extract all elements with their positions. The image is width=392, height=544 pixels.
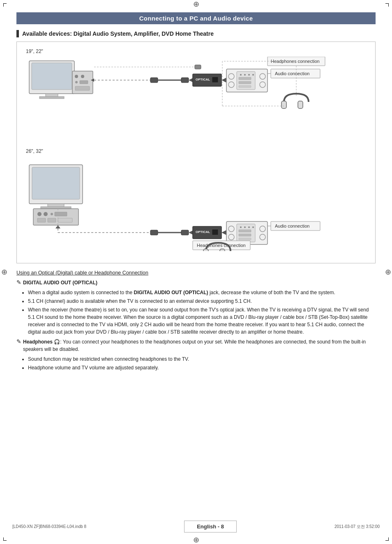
svg-rect-62 (150, 230, 158, 235)
svg-point-53 (44, 212, 48, 216)
svg-rect-46 (195, 65, 201, 69)
svg-point-6 (81, 75, 84, 78)
svg-rect-68 (212, 229, 218, 235)
svg-text:Audio connection: Audio connection (275, 224, 309, 228)
svg-rect-55 (55, 212, 67, 216)
headphones-bold-label: Headphones 🎧 (23, 339, 60, 345)
svg-point-76 (248, 226, 250, 228)
svg-point-27 (252, 74, 254, 76)
registration-mark-top: ⊕ (192, 0, 200, 8)
bullet-item-3: When the receiver (home theatre) is set … (28, 306, 376, 336)
text-section: Using an Optical (Digital) cable or Head… (16, 270, 376, 371)
svg-point-75 (244, 226, 246, 228)
svg-point-74 (240, 226, 242, 228)
diagram-section-top: 19", 22" (25, 48, 367, 140)
diagram-svg-bottom: OPTICAL Audio conn (25, 157, 378, 251)
digital-audio-heading: DIGITAL AUDIO OUT (OPTICAL) (23, 279, 97, 286)
svg-point-24 (240, 74, 242, 76)
digital-audio-row: ✎ DIGITAL AUDIO OUT (OPTICAL) (16, 279, 376, 286)
svg-rect-28 (239, 77, 251, 80)
diagram-section-bottom: 26", 32" (25, 148, 367, 252)
svg-rect-8 (80, 81, 88, 84)
svg-rect-14 (181, 78, 189, 83)
registration-mark-bottom: ⊕ (192, 536, 200, 544)
svg-rect-41 (298, 101, 303, 108)
svg-point-5 (75, 75, 78, 78)
svg-rect-51 (33, 209, 78, 225)
svg-rect-18 (212, 77, 218, 83)
svg-rect-1 (32, 63, 72, 90)
svg-rect-90 (203, 249, 208, 251)
optical-heading: Using an Optical (Digital) cable or Head… (16, 270, 376, 276)
headphones-text: Headphones 🎧: You can connect your headp… (23, 338, 376, 353)
headphones-note-row: ✎ Headphones 🎧: You can connect your hea… (16, 338, 376, 353)
svg-rect-3 (39, 97, 64, 99)
svg-rect-48 (32, 167, 80, 199)
svg-point-7 (75, 81, 78, 83)
tv-size-label-bottom: 26", 32" (25, 148, 367, 154)
headphone-note-icon: ✎ (16, 338, 21, 345)
diagram-box: 19", 22" (16, 41, 376, 263)
heading-bar (16, 30, 19, 37)
svg-point-25 (244, 74, 246, 76)
svg-rect-12 (150, 78, 158, 83)
svg-rect-9 (75, 86, 90, 90)
headphone-bullet-1: Sound function may be restricted when co… (28, 355, 376, 363)
svg-point-26 (248, 74, 250, 76)
registration-mark-left: ⊕ (0, 268, 8, 276)
svg-marker-69 (221, 230, 226, 235)
headphones-bullets: Sound function may be restricted when co… (28, 355, 376, 371)
svg-rect-79 (239, 234, 251, 236)
headphone-bullet-2: Headphone volume and TV volume are adjus… (28, 364, 376, 371)
svg-rect-30 (239, 85, 251, 88)
svg-text:Audio connection: Audio connection (275, 71, 309, 76)
svg-rect-80 (239, 238, 251, 240)
footer-left-text: [LD450-XN ZF]BN68-03394E-L04.indb 8 (12, 524, 86, 529)
svg-rect-64 (181, 230, 189, 235)
svg-text:Headphones connection: Headphones connection (271, 59, 320, 64)
footer-right-text: 2011-03-07 오전 3:52:00 (334, 524, 380, 530)
svg-point-54 (51, 213, 53, 215)
svg-rect-57 (48, 218, 56, 222)
section-heading: Available devices: Digital Audio System,… (16, 30, 376, 37)
svg-rect-29 (239, 81, 251, 84)
svg-rect-40 (281, 101, 286, 108)
registration-mark-right: ⊕ (384, 268, 392, 276)
digital-audio-bullets: When a digital audio system is connected… (28, 289, 376, 336)
svg-rect-56 (37, 218, 46, 222)
diagram-svg-top: OPTICAL (25, 57, 378, 139)
svg-rect-78 (239, 230, 251, 232)
page-number-box: English - 8 (184, 521, 237, 532)
svg-rect-91 (220, 249, 225, 251)
tv-size-label-top: 19", 22" (25, 48, 367, 54)
svg-text:OPTICAL: OPTICAL (196, 230, 210, 234)
bullet-item-1: When a digital audio system is connected… (28, 289, 376, 296)
svg-point-52 (37, 212, 42, 216)
svg-rect-58 (58, 218, 72, 222)
bullet-item-2: 5.1 CH (channel) audio is available when… (28, 297, 376, 305)
page-footer: [LD450-XN ZF]BN68-03394E-L04.indb 8 Engl… (0, 521, 392, 532)
svg-point-77 (252, 226, 254, 228)
note-pencil-icon: ✎ (16, 279, 21, 286)
section-heading-text: Available devices: Digital Audio System,… (22, 30, 214, 37)
svg-text:OPTICAL: OPTICAL (196, 78, 210, 81)
page-title: Connecting to a PC and Audio device (16, 12, 376, 24)
